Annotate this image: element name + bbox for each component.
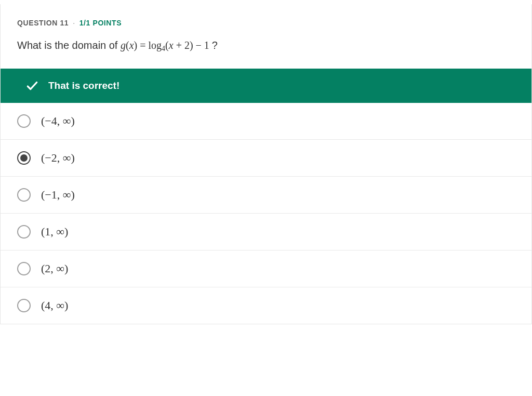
option-row[interactable]: (−2, ∞) [1,140,531,177]
radio-button[interactable] [17,151,31,165]
prompt-suffix: ? [212,39,218,51]
question-prompt: What is the domain of g(x) = log4(x + 2)… [17,37,515,54]
correct-banner-text: That is correct! [48,80,119,91]
radio-button[interactable] [17,262,31,275]
radio-button[interactable] [17,114,31,128]
options-list: (−4, ∞)(−2, ∞)(−1, ∞)(1, ∞)(2, ∞)(4, ∞) [1,103,531,324]
option-row[interactable]: (2, ∞) [1,250,531,287]
option-row[interactable]: (−1, ∞) [1,177,531,214]
option-row[interactable]: (−4, ∞) [1,103,531,140]
prompt-math: g(x) = log4(x + 2) − 1 [121,39,212,51]
question-card: QUESTION 11 · 1/1 POINTS What is the dom… [0,4,532,324]
option-label: (−2, ∞) [41,151,75,165]
option-label: (4, ∞) [41,299,68,312]
option-label: (2, ∞) [41,262,68,275]
option-label: (−4, ∞) [41,114,75,128]
option-label: (1, ∞) [41,225,68,239]
question-label-row: QUESTION 11 · 1/1 POINTS [17,19,515,27]
radio-button[interactable] [17,225,31,239]
separator-dot: · [73,19,75,27]
correct-banner: That is correct! [1,69,531,103]
points-label: 1/1 POINTS [79,19,122,27]
radio-button[interactable] [17,188,31,202]
option-row[interactable]: (4, ∞) [1,287,531,324]
option-row[interactable]: (1, ∞) [1,214,531,250]
prompt-prefix: What is the domain of [17,39,121,51]
option-label: (−1, ∞) [41,188,75,202]
question-number: QUESTION 11 [17,19,69,27]
question-header: QUESTION 11 · 1/1 POINTS What is the dom… [1,4,531,63]
radio-button[interactable] [17,299,31,312]
checkmark-icon [25,79,39,93]
